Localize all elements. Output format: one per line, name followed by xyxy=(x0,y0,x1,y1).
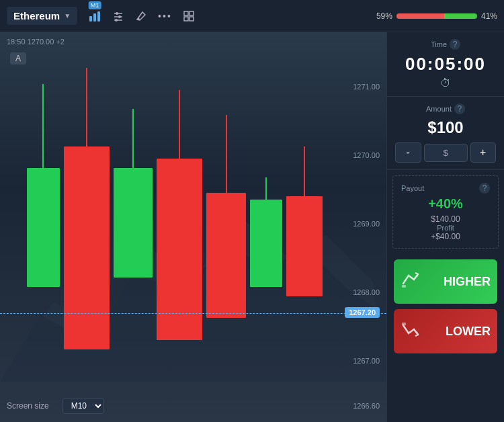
main-content: 1271.00 1270.00 1269.00 1268.00 1267.00 … xyxy=(0,32,504,422)
candle-5 xyxy=(206,52,245,365)
asset-selector[interactable]: Ethereum ▼ xyxy=(7,7,77,25)
svg-rect-0 xyxy=(89,16,92,22)
current-price-badge: 1267.20 xyxy=(345,307,380,318)
progress-green xyxy=(444,13,477,19)
svg-rect-2 xyxy=(97,11,100,22)
price-label-3: 1269.00 xyxy=(353,220,380,228)
candle-2-body xyxy=(64,146,110,349)
amount-label: Amount ? xyxy=(395,103,496,114)
toolbar: M1 xyxy=(85,7,198,26)
time-help-icon[interactable]: ? xyxy=(450,39,460,50)
grid-icon xyxy=(183,10,195,22)
price-label-2: 1270.00 xyxy=(353,151,380,159)
m1-badge: M1 xyxy=(89,1,101,9)
chart-type-button[interactable]: M1 xyxy=(85,7,104,26)
payout-help-icon[interactable]: ? xyxy=(479,183,490,194)
progress-red xyxy=(396,13,444,19)
candle-1-body xyxy=(27,168,60,287)
svg-point-4 xyxy=(116,12,118,15)
bottom-price-label: 1266.60 xyxy=(353,402,380,410)
candles-area xyxy=(13,52,336,385)
profit-label: Profit xyxy=(401,224,490,232)
screen-size-label: Screen size xyxy=(7,401,49,411)
timer-icon[interactable]: ⏱ xyxy=(395,77,496,89)
svg-rect-15 xyxy=(402,285,406,288)
amount-minus-button[interactable]: - xyxy=(395,142,421,163)
svg-rect-10 xyxy=(190,11,194,15)
profit-amount: +$40.00 xyxy=(401,232,490,241)
chart-area: 1271.00 1270.00 1269.00 1268.00 1267.00 … xyxy=(0,32,386,422)
sliders-icon xyxy=(112,10,124,22)
candle-3-body xyxy=(114,168,153,278)
higher-button[interactable]: HIGHER xyxy=(394,259,497,304)
lower-button[interactable]: LOWER xyxy=(394,309,497,353)
current-price-line: 1267.20 xyxy=(0,313,386,314)
candle-4 xyxy=(157,52,202,365)
chart-time-price: 18:50 1270.00 +2 xyxy=(7,38,65,46)
screen-size-select[interactable]: M10 M5 M1 xyxy=(62,398,104,414)
lower-arrow-icon xyxy=(401,320,419,343)
svg-rect-11 xyxy=(184,17,188,21)
candle-3 xyxy=(114,52,153,365)
svg-rect-1 xyxy=(93,13,96,22)
payout-percent: +40% xyxy=(401,196,490,212)
top-bar-right: 59% 41% xyxy=(376,11,497,21)
candle-2 xyxy=(64,52,110,365)
chart-top-info: 18:50 1270.00 +2 xyxy=(7,38,65,46)
candle-7-body xyxy=(286,196,323,296)
amount-controls: - $ + xyxy=(395,142,496,163)
svg-rect-12 xyxy=(190,17,194,21)
lower-label: LOWER xyxy=(446,325,491,339)
time-display: 00:05:00 xyxy=(395,54,496,75)
sidebar: Time ? 00:05:00 ⏱ Amount ? $100 - $ + Pa… xyxy=(386,32,504,422)
progress-left-label: 59% xyxy=(376,11,392,21)
amount-display: $100 xyxy=(395,118,496,137)
higher-label: HIGHER xyxy=(444,275,491,289)
progress-right-label: 41% xyxy=(481,11,497,21)
top-bar: Ethereum ▼ M1 xyxy=(0,0,504,32)
more-button[interactable]: ••• xyxy=(155,8,175,24)
progress-bar xyxy=(396,13,477,19)
amount-plus-button[interactable]: + xyxy=(470,142,497,163)
svg-rect-9 xyxy=(184,11,188,15)
svg-point-8 xyxy=(115,19,118,22)
chart-bottom: Screen size M10 M5 M1 1266.60 xyxy=(0,388,386,422)
trade-buttons: HIGHER LOWER xyxy=(387,254,504,422)
higher-arrow-icon xyxy=(401,270,419,293)
candle-7 xyxy=(286,52,323,365)
candle-5-body xyxy=(206,193,245,318)
candle-6-body xyxy=(250,200,283,287)
amount-section: Amount ? $100 - $ + xyxy=(387,97,504,170)
price-label-4: 1268.00 xyxy=(353,288,380,296)
price-labels: 1271.00 1270.00 1269.00 1268.00 1267.00 xyxy=(353,32,380,422)
top-bar-left: Ethereum ▼ M1 xyxy=(7,7,198,26)
payout-amount: $140.00 xyxy=(401,214,490,224)
payout-label: Payout xyxy=(401,184,424,192)
amount-help-icon[interactable]: ? xyxy=(454,103,465,114)
candle-6 xyxy=(250,52,283,365)
time-label: Time ? xyxy=(395,39,496,50)
candle-1 xyxy=(27,52,60,365)
payout-section: Payout ? +40% $140.00 Profit +$40.00 xyxy=(392,175,499,249)
grid-button[interactable] xyxy=(180,7,198,25)
ellipsis-icon: ••• xyxy=(158,11,172,22)
price-label-1: 1271.00 xyxy=(353,83,380,91)
svg-rect-16 xyxy=(402,323,406,325)
time-section: Time ? 00:05:00 ⏱ xyxy=(387,32,504,97)
pencil-icon xyxy=(135,10,147,22)
draw-button[interactable] xyxy=(132,7,150,25)
settings-button[interactable] xyxy=(110,7,127,25)
svg-point-6 xyxy=(118,15,121,18)
bar-chart-icon xyxy=(88,9,101,23)
asset-chevron-icon: ▼ xyxy=(64,12,71,19)
price-label-5: 1267.00 xyxy=(353,357,380,365)
payout-header: Payout ? xyxy=(401,183,490,194)
amount-currency: $ xyxy=(424,144,468,162)
asset-name: Ethereum xyxy=(13,10,60,22)
